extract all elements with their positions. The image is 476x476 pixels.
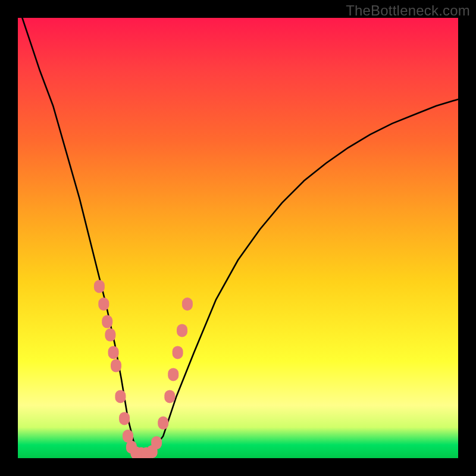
marker-point: [94, 280, 105, 293]
marker-point: [108, 346, 119, 359]
marker-point: [182, 298, 193, 311]
marker-point: [119, 412, 130, 425]
bottleneck-curve: [22, 18, 458, 454]
watermark-text: TheBottleneck.com: [346, 2, 470, 19]
plot-area: [18, 18, 458, 458]
marker-point: [168, 368, 178, 381]
chart-frame: TheBottleneck.com: [0, 0, 476, 476]
marker-point: [98, 298, 109, 311]
marker-point: [115, 390, 126, 403]
sample-points: [94, 280, 193, 458]
chart-svg: [18, 18, 458, 458]
marker-point: [105, 328, 115, 342]
marker-point: [158, 416, 168, 430]
marker-point: [164, 390, 175, 403]
marker-point: [111, 359, 121, 372]
marker-point: [151, 436, 162, 449]
marker-point: [102, 315, 112, 328]
marker-point: [173, 346, 183, 359]
marker-point: [177, 324, 187, 337]
